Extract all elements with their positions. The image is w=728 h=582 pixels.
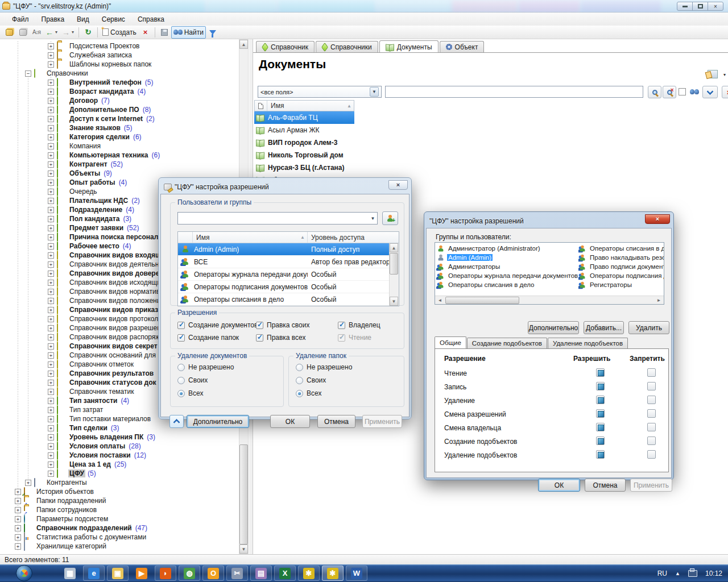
scroll-down-arrow[interactable]: ▼ (390, 297, 398, 306)
tree-expand-toggle[interactable]: + (48, 52, 54, 59)
language-indicator[interactable]: RU (657, 569, 667, 577)
tree-expand-toggle[interactable]: + (48, 380, 54, 386)
scroll-thumb[interactable] (445, 297, 519, 304)
scroll-thumb[interactable] (390, 253, 398, 275)
dialog-titlebar[interactable]: "ЦФУ" настройка разрешений × (160, 180, 410, 194)
sort-button[interactable]: А↕я (30, 26, 43, 39)
scroll-right-arrow[interactable]: ► (655, 297, 663, 304)
allow-checkbox[interactable] (596, 368, 605, 377)
allow-checkbox[interactable] (596, 382, 605, 390)
tree-item[interactable]: +Тип занятости(4) (48, 396, 129, 405)
group-user-item[interactable]: Регистраторы (578, 280, 664, 289)
tree-expand-toggle[interactable]: + (48, 161, 54, 168)
tree-item[interactable]: +Справочник видов нормативн (48, 287, 165, 296)
tree-item[interactable]: +Справочник видов протоколов (48, 314, 167, 323)
apply-button[interactable]: Применить (630, 479, 672, 492)
tree-expand-toggle[interactable]: + (48, 398, 54, 404)
radio-button[interactable] (296, 377, 303, 384)
tree-item[interactable]: −Справочники (25, 69, 89, 78)
remove-button[interactable]: Удалить (628, 321, 669, 334)
taskbar-internet-explorer[interactable]: e (83, 566, 105, 581)
menu-item-3[interactable]: Сервис (96, 14, 131, 25)
scroll-thumb[interactable] (239, 444, 248, 544)
tree-item[interactable]: +Доступ к сети Internet(2) (48, 114, 155, 123)
tree-item[interactable]: +Справочник видов разрешени (48, 323, 166, 332)
clock[interactable]: 10:12 (705, 569, 722, 577)
tree-expand-toggle[interactable]: + (48, 289, 54, 295)
name-column-header[interactable]: Имя (267, 102, 347, 110)
checkbox[interactable] (256, 322, 263, 329)
doc-type-column-header[interactable] (255, 101, 267, 111)
tree-item[interactable]: +Шаблоны корневых папок (48, 60, 152, 69)
field-filter-combobox[interactable]: <все поля> ▼ (258, 86, 382, 98)
group-user-item[interactable]: Администраторы (437, 262, 579, 271)
tree-expand-toggle[interactable]: + (48, 352, 54, 359)
tree-item[interactable]: +Условия поставки(12) (48, 451, 146, 460)
copy-button[interactable] (16, 26, 30, 39)
tree-expand-toggle[interactable]: + (15, 507, 21, 513)
deny-checkbox[interactable] (647, 368, 656, 377)
tab-Общие[interactable]: Общие (435, 336, 466, 348)
radio-button[interactable] (177, 377, 185, 384)
taskbar-word[interactable]: W (346, 566, 367, 581)
document-row[interactable]: Асыл Арман ЖК (254, 124, 354, 136)
tree-expand-toggle[interactable]: + (48, 361, 54, 368)
allow-checkbox[interactable] (596, 396, 605, 404)
tree-expand-toggle[interactable]: + (48, 225, 54, 231)
tree-item[interactable]: +Дополнительное ПО(8) (48, 105, 151, 114)
tree-expand-toggle[interactable]: − (25, 70, 31, 77)
tree-item[interactable]: +Справочник видов исходящих (48, 278, 166, 287)
user-row[interactable]: Операторы журнала передачи докум...Особы… (178, 268, 399, 281)
tree-expand-toggle[interactable]: + (48, 152, 54, 159)
tree-expand-toggle[interactable]: + (48, 389, 54, 395)
dialog-close-button[interactable]: × (645, 214, 670, 224)
search-input[interactable] (385, 86, 643, 98)
cancel-button[interactable]: Отмена (317, 415, 355, 428)
taskbar-outlook[interactable]: O (202, 566, 224, 581)
tree-item[interactable]: +Тип поставки материалов (48, 414, 152, 423)
tray-expand-arrow[interactable]: ▲ (675, 571, 680, 576)
tab-Справочник[interactable]: Справочник (256, 41, 315, 52)
document-row[interactable]: ВИП городок Алем-3 (254, 136, 354, 149)
allow-checkbox[interactable] (596, 423, 605, 431)
tree-item[interactable]: +Справочник статусов док (48, 378, 158, 387)
tree-item[interactable]: +Внутренний телефон(5) (48, 78, 153, 87)
group-user-item[interactable]: Admin (Admin) (437, 253, 579, 262)
icon-column-header[interactable] (178, 232, 193, 243)
checkbox[interactable] (177, 322, 185, 329)
menu-item-1[interactable]: Правка (35, 14, 71, 25)
checkbox[interactable] (338, 322, 345, 329)
tree-item[interactable]: +Справочник оснований для по (48, 351, 167, 360)
radio-button[interactable] (296, 364, 303, 371)
radio-button[interactable] (177, 364, 185, 371)
group-user-item[interactable]: Операторы журнала передачи документов (437, 271, 579, 280)
scroll-down-arrow[interactable]: ▼ (239, 544, 248, 554)
tree-expand-toggle[interactable]: + (15, 534, 21, 541)
group-user-item[interactable]: Право накладывать резолюц (578, 253, 664, 262)
tab-Объект[interactable]: Объект (440, 41, 485, 52)
tree-item[interactable]: +Справочник видов деятельнос (48, 260, 167, 269)
radio-button[interactable] (296, 390, 303, 397)
tab-Удаление подобъектов[interactable]: Удаление подобъектов (548, 338, 628, 348)
refresh-button[interactable]: ↻ (81, 26, 95, 39)
tree-expand-toggle[interactable]: + (48, 216, 54, 222)
tree-item[interactable]: +Параметры подсистем (15, 514, 109, 523)
network-icon[interactable] (688, 570, 697, 577)
tree-expand-toggle[interactable]: + (48, 134, 54, 140)
maximize-button[interactable] (692, 2, 708, 11)
checkbox[interactable] (177, 334, 185, 342)
tree-expand-toggle[interactable]: + (48, 343, 54, 350)
tree-expand-toggle[interactable]: + (48, 207, 54, 213)
checkbox[interactable] (256, 334, 263, 342)
save-button[interactable] (158, 26, 171, 39)
tree-expand-toggle[interactable]: + (48, 316, 54, 322)
tree-expand-toggle[interactable]: + (48, 407, 54, 413)
tree-expand-toggle[interactable]: + (48, 180, 54, 186)
tree-expand-toggle[interactable]: + (48, 125, 54, 131)
tree-expand-toggle[interactable]: + (48, 143, 54, 149)
tree-expand-toggle[interactable]: + (15, 498, 21, 504)
taskbar-windows-explorer[interactable]: ▣ (107, 566, 129, 581)
taskbar-app-gear-2[interactable]: ✱ (322, 566, 344, 581)
tree-expand-toggle[interactable]: + (48, 298, 54, 304)
add-button[interactable]: Добавить... (584, 321, 624, 334)
